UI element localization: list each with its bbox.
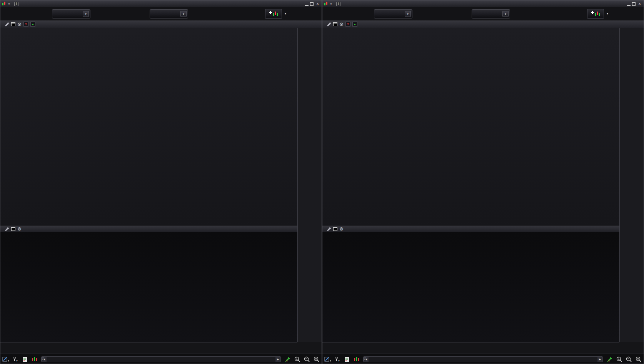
close-circle-icon[interactable]: ⊗ — [17, 22, 22, 27]
bottom-toolbar: ▼ ▼ ◀ ≡ ▶ — [0, 354, 322, 364]
chevron-down-icon[interactable]: ▼ — [83, 11, 89, 17]
chevron-down-icon[interactable]: ▼ — [405, 11, 411, 17]
draw-tool-icon[interactable]: ▼ — [324, 356, 331, 363]
price-indicator-bar: ⊗ ▼ ▲ — [322, 20, 644, 28]
wrench-icon[interactable] — [326, 226, 331, 231]
rsi-chart-area[interactable] — [322, 232, 619, 342]
close-button[interactable]: X — [315, 2, 320, 6]
info-icon[interactable]: i — [14, 2, 18, 6]
chevron-down-icon[interactable]: ▼ — [502, 11, 509, 17]
price-indicator-bar: ⊗ ▼ ▲ — [0, 20, 322, 28]
rsi-chart-svg[interactable] — [0, 232, 297, 342]
info-icon[interactable]: i — [336, 2, 340, 6]
svg-text:▼: ▼ — [16, 360, 18, 362]
price-chart-svg[interactable] — [322, 28, 619, 225]
zoom-in-icon[interactable] — [635, 356, 642, 363]
maximize-button[interactable] — [632, 2, 636, 6]
time-axis — [0, 342, 297, 354]
svg-text:▼: ▼ — [329, 360, 331, 362]
chevron-down-icon[interactable]: ▼ — [180, 11, 187, 17]
chevron-down-icon[interactable]: ▼ — [605, 10, 610, 17]
timeframe-dropdown[interactable]: ▼ — [472, 9, 510, 18]
rsi-axis — [297, 28, 322, 342]
window-icon[interactable] — [11, 22, 15, 26]
chevron-down-icon[interactable]: ▼ — [330, 3, 332, 5]
window-icon[interactable] — [333, 22, 337, 26]
title-bar[interactable]: ▼ i X — [0, 0, 322, 7]
svg-text:▼: ▼ — [7, 360, 9, 362]
wrench-icon[interactable] — [326, 22, 331, 27]
chart-toolbar: ▼ ▼ ▼ — [0, 7, 322, 20]
window-icon[interactable] — [333, 227, 337, 231]
timeframe-dropdown[interactable]: ▼ — [150, 9, 188, 18]
units-dropdown[interactable]: ▼ — [374, 9, 412, 18]
buy-arrow-icon[interactable]: ▲ — [352, 22, 357, 27]
rsi-indicator-header: ⊗ — [0, 225, 297, 232]
bottom-toolbar: ▼ ▼ ◀ ≡ ▶ — [322, 354, 644, 364]
price-chart-svg[interactable] — [0, 28, 297, 225]
title-bar[interactable]: ▼ i X — [322, 0, 644, 7]
chart-window-daily: ▼ i X ▼ ▼ ▼ — [0, 0, 322, 364]
cursor-mode-icon[interactable]: ▼ — [334, 356, 341, 363]
window-icon[interactable] — [11, 227, 15, 231]
rsi-axis — [619, 28, 644, 342]
minimize-button[interactable] — [627, 2, 631, 6]
chart-settings-icon[interactable] — [606, 356, 613, 363]
candlestick-icon — [324, 1, 328, 7]
close-circle-icon[interactable]: ⊗ — [339, 22, 344, 27]
rsi-chart-svg[interactable] — [322, 232, 619, 342]
units-dropdown[interactable]: ▼ — [52, 9, 90, 18]
wrench-icon[interactable] — [4, 226, 9, 231]
zoom-out-icon[interactable] — [303, 356, 310, 363]
sell-arrow-icon[interactable]: ▼ — [23, 22, 28, 27]
notes-icon[interactable] — [343, 356, 350, 363]
scrollbar-thumb[interactable]: ≡ — [42, 357, 44, 361]
chart-plus-icon — [591, 10, 601, 17]
zoom-in-icon[interactable] — [313, 356, 320, 363]
chart-window-hourly: ▼ i X ▼ ▼ ▼ — [322, 0, 644, 364]
chart-toolbar: ▼ ▼ ▼ — [322, 7, 644, 20]
time-scrollbar[interactable]: ◀ ≡ ▶ — [363, 356, 603, 362]
svg-text:▼: ▼ — [338, 360, 340, 362]
close-button[interactable]: X — [637, 2, 642, 6]
chevron-down-icon[interactable]: ▼ — [283, 10, 288, 17]
chart-plus-icon — [269, 10, 279, 17]
window-controls: X — [627, 2, 642, 6]
add-indicator-button[interactable] — [587, 9, 604, 19]
wrench-icon[interactable] — [4, 22, 9, 27]
maximize-button[interactable] — [310, 2, 314, 6]
scrollbar-thumb[interactable]: ≡ — [364, 357, 366, 361]
pattern-icon[interactable] — [31, 356, 38, 363]
zoom-out-icon[interactable] — [625, 356, 632, 363]
chart-settings-icon[interactable] — [284, 356, 291, 363]
cursor-mode-icon[interactable]: ▼ — [12, 356, 19, 363]
candlestick-icon — [2, 1, 6, 7]
zoom-fit-icon[interactable] — [616, 356, 623, 363]
price-chart-area[interactable] — [0, 28, 297, 225]
window-controls: X — [305, 2, 320, 6]
scroll-right-icon[interactable]: ▶ — [275, 357, 280, 362]
rsi-indicator-header: ⊗ — [322, 225, 619, 232]
close-circle-icon[interactable]: ⊗ — [339, 226, 344, 231]
time-scrollbar[interactable]: ◀ ≡ ▶ — [41, 356, 281, 362]
buy-arrow-icon[interactable]: ▲ — [30, 22, 35, 27]
chevron-down-icon[interactable]: ▼ — [8, 3, 10, 5]
pattern-icon[interactable] — [353, 356, 360, 363]
price-chart-area[interactable] — [322, 28, 619, 225]
close-circle-icon[interactable]: ⊗ — [17, 226, 22, 231]
trading-workspace: ▼ i X ▼ ▼ ▼ — [0, 0, 644, 364]
minimize-button[interactable] — [305, 2, 309, 6]
zoom-fit-icon[interactable] — [294, 356, 301, 363]
sell-arrow-icon[interactable]: ▼ — [345, 22, 350, 27]
add-indicator-button[interactable] — [265, 9, 282, 19]
notes-icon[interactable] — [21, 356, 28, 363]
rsi-chart-area[interactable] — [0, 232, 297, 342]
draw-tool-icon[interactable]: ▼ — [2, 356, 9, 363]
time-axis — [322, 342, 619, 354]
scroll-right-icon[interactable]: ▶ — [597, 357, 602, 362]
